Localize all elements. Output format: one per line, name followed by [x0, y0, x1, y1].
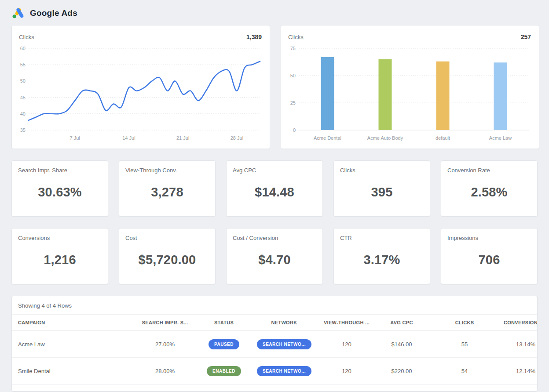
kpi-label: CTR	[340, 235, 424, 241]
network-cell: SEARCH NETWO...	[252, 358, 316, 384]
kpi-value: $5,720.00	[125, 253, 209, 267]
clicks-bar-chart: 7550250Acme DentalAcme Auto BodydefaultA…	[287, 44, 532, 148]
app-header: Google Ads	[11, 0, 538, 25]
kpi-label: Cost	[125, 235, 209, 241]
google-ads-logo-icon	[11, 7, 25, 19]
clicks-bar-chart-card: Clicks 257 7550250Acme DentalAcme Auto B…	[281, 25, 539, 149]
kpi-label: Conversions	[18, 235, 102, 241]
svg-text:7 Jul: 7 Jul	[70, 135, 80, 141]
svg-text:60: 60	[20, 46, 26, 51]
status-cell: PAUSED	[196, 331, 252, 357]
column-header-network[interactable]: NETWORK	[252, 315, 316, 330]
avg-cpc-cell: $220.00	[377, 358, 426, 384]
kpi-row-2: Conversions1,216Cost$5,720.00Cost / Conv…	[11, 228, 538, 284]
dashboard-page: Google Ads Clicks 1,389 6055504540357 Ju…	[0, 0, 549, 392]
kpi-value: 395	[340, 185, 424, 200]
kpi-label: Search Impr. Share	[18, 167, 102, 174]
avg-cpc-cell: $146.00	[377, 331, 426, 357]
column-header-campaign[interactable]: CAMPAIGN	[12, 315, 134, 330]
clicks-line-chart-card: Clicks 1,389 6055504540357 Jul14 Jul21 J…	[11, 25, 270, 149]
table-row-count: Showing 4 of 4 Rows	[12, 296, 537, 315]
kpi-value: 706	[447, 253, 531, 267]
table-row[interactable]: Acme Law27.00%PAUSEDSEARCH NETWO...120$1…	[12, 331, 537, 358]
campaign-cell: Smile Dental	[12, 358, 134, 384]
network-badge: SEARCH NETWO...	[257, 366, 311, 376]
svg-text:50: 50	[20, 78, 26, 83]
svg-text:55: 55	[20, 62, 26, 67]
svg-text:Acme Law: Acme Law	[489, 135, 512, 141]
column-header-avg-cpc[interactable]: AVG CPC	[377, 315, 426, 330]
kpi-label: Clicks	[340, 167, 424, 174]
svg-text:Acme Auto Body: Acme Auto Body	[367, 135, 403, 141]
svg-text:0: 0	[293, 127, 296, 133]
svg-text:45: 45	[20, 95, 26, 100]
kpi-card-impressions: Impressions706	[441, 228, 538, 284]
svg-text:40: 40	[20, 111, 26, 116]
kpi-row-1: Search Impr. Share30.63%View-Through Con…	[11, 160, 538, 217]
table-row-partial	[12, 385, 537, 392]
clicks-cell: 55	[426, 331, 503, 357]
view-through-cell: 120	[316, 358, 377, 384]
bar-chart-title: Clicks	[288, 34, 304, 40]
kpi-value: 1,216	[18, 253, 102, 267]
campaign-cell: Acme Law	[12, 331, 134, 357]
conversion-cell: 13.14%	[503, 331, 537, 357]
kpi-card-view-through-conv: View-Through Conv.3,278	[119, 160, 216, 217]
svg-text:25: 25	[290, 100, 296, 105]
svg-text:35: 35	[20, 127, 26, 133]
kpi-card-cost: Cost$5,720.00	[119, 228, 216, 284]
kpi-label: Conversion Rate	[447, 167, 531, 174]
kpi-card-search-impr-share: Search Impr. Share30.63%	[11, 160, 108, 217]
search-impr-share-cell: 27.00%	[134, 331, 196, 357]
clicks-cell: 54	[426, 358, 503, 384]
kpi-value: 3,278	[125, 185, 209, 200]
svg-text:50: 50	[290, 73, 296, 78]
kpi-card-clicks: Clicks395	[333, 160, 430, 217]
kpi-value: $4.70	[233, 253, 316, 267]
status-badge: PAUSED	[209, 339, 239, 349]
clicks-line-chart: 6055504540357 Jul14 Jul21 Jul28 Jul	[18, 44, 263, 148]
line-chart-title: Clicks	[19, 34, 34, 40]
column-header-search-impr-s[interactable]: SEARCH IMPR. S...	[134, 315, 196, 330]
kpi-label: View-Through Conv.	[125, 167, 209, 174]
column-header-conversion[interactable]: CONVERSION	[503, 315, 538, 330]
kpi-value: 2.58%	[447, 185, 531, 200]
svg-text:75: 75	[290, 46, 296, 51]
kpi-label: Cost / Conversion	[233, 235, 316, 241]
kpi-card-ctr: CTR3.17%	[333, 228, 430, 284]
search-impr-share-cell: 28.00%	[134, 358, 196, 384]
kpi-label: Avg CPC	[233, 167, 316, 174]
column-header-view-through[interactable]: VIEW-THROUGH ...	[316, 315, 377, 330]
kpi-value: 30.63%	[18, 185, 102, 200]
status-cell: ENABLED	[196, 358, 252, 384]
network-cell: SEARCH NETWO...	[252, 331, 316, 357]
kpi-card-conversion-rate: Conversion Rate2.58%	[441, 160, 538, 217]
charts-row: Clicks 1,389 6055504540357 Jul14 Jul21 J…	[11, 25, 538, 149]
column-header-status[interactable]: STATUS	[196, 315, 252, 330]
kpi-card-cost-conversion: Cost / Conversion$4.70	[226, 228, 323, 284]
kpi-card-conversions: Conversions1,216	[11, 228, 108, 284]
svg-text:14 Jul: 14 Jul	[122, 135, 135, 141]
view-through-cell: 120	[316, 331, 377, 357]
kpi-value: 3.17%	[340, 253, 424, 267]
svg-text:21 Jul: 21 Jul	[176, 135, 189, 141]
kpi-label: Impressions	[447, 235, 531, 241]
column-header-clicks[interactable]: CLICKS	[426, 315, 503, 330]
table-header-row: CAMPAIGNSEARCH IMPR. S...STATUSNETWORKVI…	[12, 315, 537, 331]
line-chart-total: 1,389	[246, 33, 262, 40]
bar-chart-total: 257	[521, 33, 531, 40]
kpi-value: $14.48	[233, 185, 316, 200]
svg-text:default: default	[436, 135, 450, 141]
network-badge: SEARCH NETWO...	[257, 339, 311, 349]
page-title: Google Ads	[30, 8, 77, 18]
table-body: Acme Law27.00%PAUSEDSEARCH NETWO...120$1…	[12, 331, 537, 392]
svg-text:Acme Dental: Acme Dental	[314, 135, 341, 141]
conversion-cell: 12.14%	[503, 358, 537, 384]
kpi-card-avg-cpc: Avg CPC$14.48	[226, 160, 323, 217]
table-row[interactable]: Smile Dental28.00%ENABLEDSEARCH NETWO...…	[12, 358, 537, 385]
campaign-table-card: Showing 4 of 4 Rows CAMPAIGNSEARCH IMPR.…	[11, 296, 538, 392]
svg-text:28 Jul: 28 Jul	[231, 135, 243, 141]
status-badge: ENABLED	[207, 366, 241, 376]
